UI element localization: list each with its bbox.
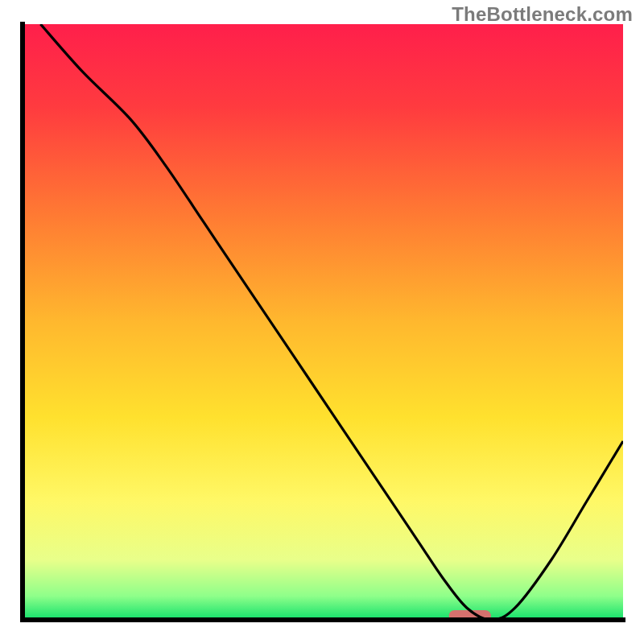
chart-frame: TheBottleneck.com xyxy=(0,0,644,644)
gradient-background xyxy=(23,24,623,620)
watermark-text: TheBottleneck.com xyxy=(452,3,633,26)
bottleneck-chart xyxy=(0,0,644,644)
